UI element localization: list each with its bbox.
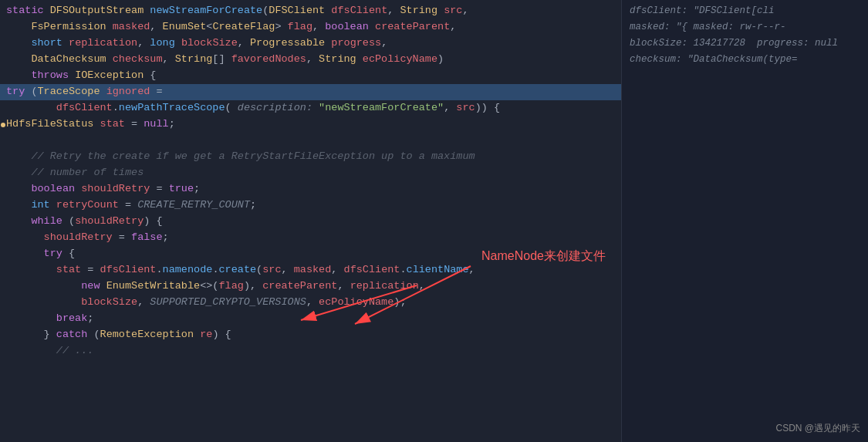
code-line: short replication, long blockSize, Progr… <box>0 35 621 52</box>
token-type: DFSClient <box>269 5 325 16</box>
line-content: blockSize, SUPPORTED_CRYPTO_VERSIONS, ec… <box>0 295 621 311</box>
token-punct <box>194 329 200 340</box>
token-punct <box>356 53 363 65</box>
token-punct <box>6 280 81 292</box>
token-param: src <box>444 5 462 16</box>
warning-indicator <box>0 116 6 133</box>
right-hint-line <box>622 181 868 197</box>
token-punct <box>6 21 31 32</box>
token-param: masked <box>113 21 150 32</box>
token-punct: = <box>119 199 137 211</box>
token-punct <box>93 118 100 130</box>
line-content: // Retry the create if we get a RetrySta… <box>0 149 621 165</box>
token-punct <box>44 5 50 16</box>
line-content: } catch (RemoteException re) { <box>0 327 621 343</box>
token-punct: ( <box>256 264 262 275</box>
token-param: replication <box>350 280 419 292</box>
line-content: FsPermission masked, EnumSet<CreateFlag>… <box>0 19 621 35</box>
line-content <box>0 133 621 149</box>
token-kw: static <box>6 5 44 16</box>
token-type: String <box>400 5 437 16</box>
line-content: DataChecksum checksum, String[] favoredN… <box>0 52 621 68</box>
token-type: EnumSetWritable <box>106 280 201 292</box>
line-content: throws IOException { <box>0 68 621 84</box>
token-punct: [] <box>212 53 231 65</box>
token-punct: ; <box>250 199 256 211</box>
code-line: // Retry the create if we get a RetrySta… <box>0 149 621 165</box>
code-line: // ... <box>0 343 621 359</box>
token-param: src <box>262 264 281 275</box>
right-hint-line: blockSize: 134217728 progress: null <box>622 35 868 52</box>
code-line: int retryCount = CREATE_RETRY_COUNT; <box>0 197 621 214</box>
token-punct: } <box>6 329 56 340</box>
token-punct: ( <box>87 329 100 340</box>
token-punct <box>6 264 56 275</box>
token-punct: . <box>156 264 162 275</box>
token-punct: { <box>144 69 156 81</box>
token-punct: , <box>137 37 150 49</box>
token-punct: ; <box>169 118 175 130</box>
token-param: favoredNodes <box>231 53 306 65</box>
token-punct <box>6 102 56 113</box>
token-param: dfsClient <box>344 264 400 275</box>
code-line: throws IOException { <box>0 68 621 84</box>
token-punct <box>6 37 31 49</box>
token-fn: newStreamForCreate <box>150 5 262 16</box>
right-hint-line <box>622 246 868 262</box>
token-punct: = <box>150 86 162 97</box>
token-type: EnumSet <box>163 21 207 32</box>
token-type: RemoteException <box>100 329 194 340</box>
token-kw-blue: int <box>6 199 50 211</box>
code-line: DataChecksum checksum, String[] favoredN… <box>0 52 621 68</box>
token-punct: , <box>238 37 250 49</box>
token-type: HdfsFileStatus <box>6 118 93 130</box>
token-punct: , <box>312 21 325 32</box>
token-method: namenode <box>163 264 213 275</box>
token-param: masked <box>294 264 332 275</box>
token-kw: throws <box>31 69 69 81</box>
code-line: HdfsFileStatus stat = null; <box>0 116 621 133</box>
token-punct: , <box>137 296 150 308</box>
line-content: while (shouldRetry) { <box>0 214 621 230</box>
token-type: DataChecksum <box>31 53 106 65</box>
token-param: shouldRetry <box>44 231 113 243</box>
code-line: boolean shouldRetry = true; <box>0 181 621 197</box>
token-punct <box>106 21 113 32</box>
code-line: while (shouldRetry) { <box>0 214 621 230</box>
token-italic-gray: SUPPORTED_CRYPTO_VERSIONS <box>150 296 306 308</box>
code-line: static DFSOutputStream newStreamForCreat… <box>0 3 621 19</box>
right-hint-line <box>622 327 868 343</box>
code-line: shouldRetry = false; <box>0 230 621 246</box>
token-param: ecPolicyName <box>319 296 393 308</box>
token-punct: . <box>113 102 119 113</box>
right-hint-line: checksum: "DataChecksum(type= <box>622 52 868 68</box>
token-punct <box>69 69 75 81</box>
token-kw: try <box>6 86 25 97</box>
token-method: newPathTraceScope <box>119 102 225 113</box>
code-editor: static DFSOutputStream newStreamForCreat… <box>0 0 868 442</box>
line-content: short replication, long blockSize, Progr… <box>0 35 621 52</box>
token-method: clientName <box>407 264 469 275</box>
token-punct: , <box>163 53 175 65</box>
token-punct: ; <box>194 183 200 194</box>
token-punct: ); <box>393 296 406 308</box>
token-param: flag <box>218 280 243 292</box>
token-punct: ) { <box>144 215 162 227</box>
code-line: FsPermission masked, EnumSet<CreateFlag>… <box>0 19 621 35</box>
main-code-panel: static DFSOutputStream newStreamForCreat… <box>0 0 621 442</box>
token-punct: . <box>400 264 406 275</box>
token-param: re <box>200 329 212 340</box>
token-punct: , <box>387 5 400 16</box>
token-punct: = <box>150 183 168 194</box>
line-content: int retryCount = CREATE_RETRY_COUNT; <box>0 197 621 214</box>
right-hint-line <box>622 100 868 116</box>
token-punct: ), <box>244 280 262 292</box>
token-punct <box>100 280 106 292</box>
token-param: flag <box>288 21 312 32</box>
token-punct <box>6 231 44 243</box>
token-param: dfsClient <box>56 102 113 113</box>
token-type: DFSOutputStream <box>50 5 144 16</box>
token-punct: , <box>450 21 456 32</box>
token-punct: , <box>419 280 425 292</box>
token-punct: = <box>113 231 131 243</box>
